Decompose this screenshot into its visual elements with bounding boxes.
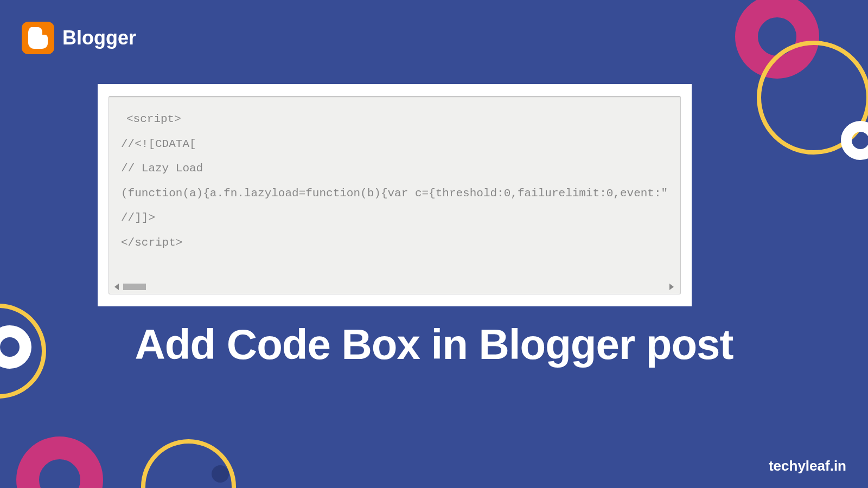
code-line: (function(a){a.fn.lazyload=function(b){v… <box>121 185 668 202</box>
pink-ring-decoration <box>16 436 103 488</box>
code-container: <script> //<![CDATA[ // Lazy Load (funct… <box>98 84 692 306</box>
page-title: Add Code Box in Blogger post <box>0 320 868 369</box>
code-line: <script> <box>121 111 668 128</box>
horizontal-scrollbar[interactable] <box>114 283 675 291</box>
scroll-track[interactable] <box>123 284 669 290</box>
blogger-icon <box>22 22 54 54</box>
scroll-right-icon[interactable] <box>669 284 674 290</box>
code-line: //]]> <box>121 209 668 227</box>
blogger-logo: Blogger <box>22 22 136 54</box>
code-box: <script> //<![CDATA[ // Lazy Load (funct… <box>108 96 681 294</box>
scroll-left-icon[interactable] <box>114 284 119 290</box>
code-line: </script> <box>121 234 668 252</box>
blogger-label: Blogger <box>62 27 136 49</box>
navy-dot-decoration <box>212 465 229 483</box>
blogger-b-icon <box>28 27 48 49</box>
scroll-thumb[interactable] <box>123 284 146 290</box>
watermark: techyleaf.in <box>769 458 846 474</box>
code-line: // Lazy Load <box>121 160 668 177</box>
code-line: //<![CDATA[ <box>121 136 668 153</box>
